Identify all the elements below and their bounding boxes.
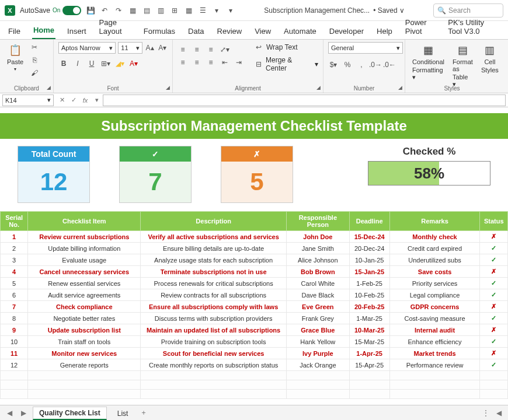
comma-icon[interactable]: ,: [356, 60, 367, 70]
status-cell[interactable]: ✓: [480, 243, 508, 254]
table-cell[interactable]: John Doe: [286, 231, 349, 243]
worksheet[interactable]: Subscription Management Checklist Templa…: [0, 107, 508, 399]
undo-icon[interactable]: ↶: [100, 6, 109, 15]
table-cell[interactable]: Train staff on tools: [28, 336, 141, 348]
table-cell[interactable]: Audit service agreements: [28, 289, 141, 301]
table-row[interactable]: 4Cancel unnecessary servicesTerminate su…: [1, 266, 508, 278]
table-cell[interactable]: Save costs: [389, 266, 480, 278]
table-cell[interactable]: 20-Dec-24: [349, 243, 389, 254]
checklist-table[interactable]: Serial No.Checklist ItemDescriptionRespo…: [0, 211, 508, 399]
scroll-left-icon[interactable]: ◀: [494, 408, 503, 418]
status-cell[interactable]: ✗: [480, 266, 508, 278]
table-row[interactable]: 2Update billing informationEnsure billin…: [1, 243, 508, 254]
table-cell[interactable]: Ensure billing details are up-to-date: [141, 243, 287, 254]
table-cell[interactable]: 15-Mar-25: [349, 336, 389, 348]
table-cell[interactable]: Maintain an updated list of all subscrip…: [141, 324, 287, 336]
table-cell[interactable]: Update billing information: [28, 243, 141, 254]
dialog-launcher-icon[interactable]: ◢: [398, 85, 402, 90]
name-box[interactable]: K14▾: [2, 94, 54, 106]
table-cell[interactable]: 9: [1, 324, 28, 336]
qat-icon-7[interactable]: ▾: [212, 6, 221, 15]
table-cell[interactable]: [1, 380, 28, 390]
redo-icon[interactable]: ↷: [114, 6, 123, 15]
align-top-icon[interactable]: ≡: [178, 44, 188, 55]
decrease-font-icon[interactable]: A▾: [157, 43, 168, 53]
table-header[interactable]: Description: [141, 212, 287, 231]
copy-icon[interactable]: ⎘: [29, 55, 40, 65]
table-cell[interactable]: [389, 380, 480, 390]
table-cell[interactable]: Terminate subscriptions not in use: [141, 266, 287, 278]
table-cell[interactable]: 1-Mar-25: [349, 313, 389, 324]
table-cell[interactable]: Priority services: [389, 278, 480, 289]
font-size-select[interactable]: 11▾: [118, 42, 142, 54]
table-cell[interactable]: 1-Feb-25: [349, 278, 389, 289]
qat-icon-5[interactable]: ▦: [184, 6, 193, 15]
ribbon-tab-help[interactable]: Help: [375, 24, 394, 39]
table-cell[interactable]: Analyze usage stats for each subscriptio…: [141, 254, 287, 266]
dialog-launcher-icon[interactable]: ◢: [316, 85, 321, 90]
orientation-icon[interactable]: ⤢▾: [220, 44, 230, 55]
sheet-options-icon[interactable]: ⋮: [481, 408, 490, 418]
table-row[interactable]: 7Check complianceEnsure all subscription…: [1, 301, 508, 313]
table-cell[interactable]: Eve Green: [286, 301, 349, 313]
chevron-down-icon[interactable]: ▾: [92, 96, 102, 105]
table-row[interactable]: 12Generate reportsCreate monthly reports…: [1, 359, 508, 371]
table-cell[interactable]: [480, 390, 508, 399]
table-cell[interactable]: 10-Feb-25: [349, 289, 389, 301]
status-cell[interactable]: ✓: [480, 313, 508, 324]
table-cell[interactable]: Frank Grey: [286, 313, 349, 324]
table-row[interactable]: 3Evaluate usageAnalyze usage stats for e…: [1, 254, 508, 266]
table-header[interactable]: Responsible Person: [286, 212, 349, 231]
table-cell[interactable]: Cost-saving measure: [389, 313, 480, 324]
table-cell[interactable]: Performance review: [389, 359, 480, 371]
underline-button[interactable]: U: [86, 58, 97, 69]
borders-icon[interactable]: ⊞▾: [100, 58, 111, 69]
table-cell[interactable]: Update subscription list: [28, 324, 141, 336]
font-name-select[interactable]: Aptos Narrow▾: [58, 42, 116, 54]
table-row-empty[interactable]: [1, 380, 508, 390]
table-cell[interactable]: Internal audit: [389, 324, 480, 336]
enter-formula-icon[interactable]: ✓: [69, 96, 78, 105]
table-cell[interactable]: [349, 380, 389, 390]
table-cell[interactable]: [349, 390, 389, 399]
table-cell[interactable]: [286, 390, 349, 399]
table-cell[interactable]: Monthly check: [389, 231, 480, 243]
table-cell[interactable]: [28, 380, 141, 390]
table-cell[interactable]: Legal compliance: [389, 289, 480, 301]
table-row[interactable]: 5Renew essential servicesProcess renewal…: [1, 278, 508, 289]
formula-bar[interactable]: [103, 94, 506, 106]
ribbon-tab-power-pivot[interactable]: Power Pivot: [404, 16, 437, 39]
percent-icon[interactable]: %: [342, 60, 353, 70]
qat-icon-8[interactable]: ▾: [226, 6, 235, 15]
ribbon-tab-developer[interactable]: Developer: [328, 24, 365, 39]
conditional-formatting-button[interactable]: ▦ Conditional Formatting ▾: [410, 42, 447, 82]
format-painter-icon[interactable]: 🖌: [29, 68, 40, 78]
ribbon-tab-formulas[interactable]: Formulas: [142, 24, 176, 39]
table-cell[interactable]: [480, 380, 508, 390]
ribbon-tab-home[interactable]: Home: [32, 23, 55, 39]
table-row[interactable]: 6Audit service agreementsReview contract…: [1, 289, 508, 301]
table-cell[interactable]: Underutilized subs: [389, 254, 480, 266]
table-row[interactable]: 1Review current subscriptionsVerify all …: [1, 231, 508, 243]
table-header[interactable]: Deadline: [349, 212, 389, 231]
table-cell[interactable]: [1, 390, 28, 399]
save-icon[interactable]: 💾: [86, 6, 95, 15]
font-color-icon[interactable]: A▾: [128, 58, 139, 69]
table-cell[interactable]: [141, 371, 287, 380]
table-cell[interactable]: [286, 380, 349, 390]
table-header[interactable]: Checklist Item: [28, 212, 141, 231]
table-cell[interactable]: [141, 390, 287, 399]
table-cell[interactable]: Market trends: [389, 348, 480, 359]
paste-button[interactable]: 📋 Paste ▾: [5, 42, 26, 73]
table-cell[interactable]: [286, 371, 349, 380]
table-cell[interactable]: [389, 371, 480, 380]
currency-icon[interactable]: $▾: [328, 60, 339, 70]
table-cell[interactable]: Jack Orange: [286, 359, 349, 371]
table-cell[interactable]: 15-Dec-24: [349, 231, 389, 243]
align-middle-icon[interactable]: ≡: [192, 44, 202, 55]
ribbon-tab-file[interactable]: File: [7, 24, 22, 39]
ribbon-tab-page-layout[interactable]: Page Layout: [98, 16, 132, 39]
table-cell[interactable]: Credit card expired: [389, 243, 480, 254]
fx-icon[interactable]: fx: [81, 96, 90, 105]
table-cell[interactable]: 2: [1, 243, 28, 254]
